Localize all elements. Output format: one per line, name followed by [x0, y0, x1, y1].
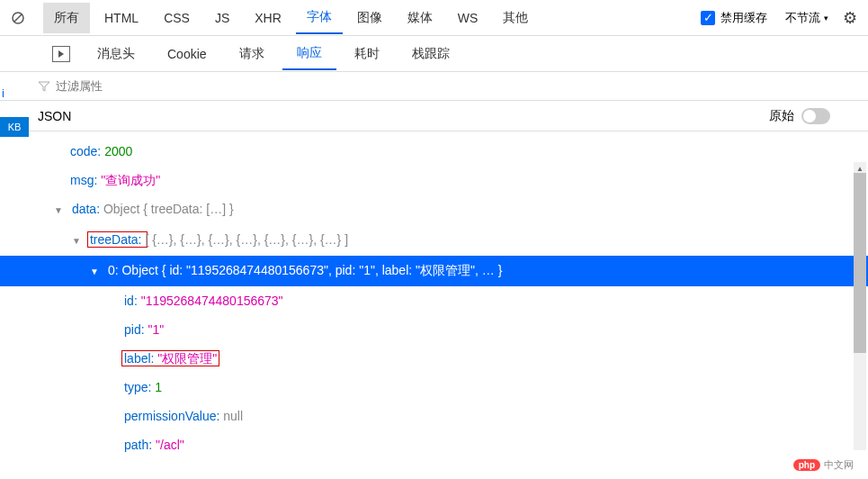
watermark-text: 中文网	[824, 458, 854, 472]
raw-toggle[interactable]: 原始	[769, 108, 830, 124]
tab-request[interactable]: 请求	[225, 39, 279, 69]
funnel-icon	[38, 80, 50, 93]
tree-preview: Object { treeData: […] }	[103, 202, 234, 216]
svg-line-1	[14, 14, 22, 22]
tree-row-pid[interactable]: pid: "1"	[0, 315, 868, 344]
svg-marker-2	[58, 50, 64, 58]
filter-tab-ws[interactable]: WS	[447, 4, 489, 32]
tree-row-treedata[interactable]: treeData: [ {…}, {…}, {…}, {…}, {…}, {…}…	[0, 225, 868, 256]
scroll-up-icon[interactable]: ▲	[854, 162, 866, 175]
filter-tab-media[interactable]: 媒体	[397, 3, 443, 33]
tree-row-path[interactable]: path: "/acl"	[0, 430, 868, 459]
tree-value: "权限管理"	[157, 351, 217, 366]
filter-properties-bar	[0, 72, 868, 101]
left-fragment: i	[0, 85, 6, 102]
caret-icon[interactable]	[54, 198, 67, 221]
tree-row-id[interactable]: id: "1195268474480156673"	[0, 286, 868, 315]
tree-key: data:	[72, 202, 100, 216]
filter-tab-all[interactable]: 所有	[43, 3, 90, 33]
tree-value: 2000	[104, 144, 132, 158]
tree-row-msg[interactable]: msg: "查询成功"	[0, 166, 868, 194]
filter-tab-css[interactable]: CSS	[153, 4, 201, 32]
tree-value: "/acl"	[156, 438, 184, 452]
gear-icon[interactable]: ⚙	[839, 7, 861, 29]
caret-icon[interactable]	[72, 229, 85, 252]
json-title: JSON	[38, 109, 71, 123]
tree-key: code:	[70, 144, 101, 158]
tree-key: 0:	[108, 263, 119, 277]
filter-tab-xhr[interactable]: XHR	[244, 4, 292, 32]
tree-row-permissionvalue[interactable]: permissionValue: null	[0, 402, 868, 430]
tree-key: permissionValue:	[124, 409, 219, 423]
tree-key: treeData:	[90, 232, 142, 247]
tab-stacktrace[interactable]: 栈跟踪	[398, 39, 464, 69]
tree-key: pid:	[124, 322, 145, 337]
network-filter-toolbar: 所有 HTML CSS JS XHR 字体 图像 媒体 WS 其他 ✓ 禁用缓存…	[0, 0, 868, 36]
throttle-label: 不节流	[785, 10, 820, 26]
tree-row-label[interactable]: label: "权限管理"	[0, 344, 868, 373]
tab-timings[interactable]: 耗时	[340, 39, 394, 69]
tree-key: type:	[124, 380, 151, 394]
filter-tab-images[interactable]: 图像	[346, 3, 393, 33]
tree-key: label:	[124, 351, 154, 366]
watermark: php 中文网	[793, 458, 854, 472]
request-detail-tabs: 消息头 Cookie 请求 响应 耗时 栈跟踪	[0, 36, 868, 72]
tree-preview: Object { id: "1195268474480156673", pid:…	[121, 263, 502, 277]
tree-row-code[interactable]: code: 2000	[0, 137, 868, 166]
tree-preview: [ {…}, {…}, {…}, {…}, {…}, {…}, {…} ]	[145, 232, 348, 247]
tab-headers[interactable]: 消息头	[83, 39, 149, 69]
tree-value: "查询成功"	[101, 173, 160, 187]
toggle-pane-icon[interactable]	[52, 46, 70, 62]
tree-row-data[interactable]: data: Object { treeData: […] }	[0, 194, 868, 225]
php-logo: php	[793, 459, 820, 471]
tree-value: "1"	[148, 322, 164, 337]
checkbox-icon: ✓	[701, 11, 715, 25]
toggle-switch[interactable]	[801, 108, 830, 124]
scrollbar-thumb[interactable]	[854, 173, 866, 353]
tree-key: msg:	[70, 173, 97, 187]
filter-properties-input[interactable]	[56, 79, 830, 93]
json-header: JSON 原始	[0, 101, 868, 131]
json-tree-panel: code: 2000 msg: "查询成功" data: Object { tr…	[0, 131, 868, 479]
vertical-scrollbar[interactable]: ▲	[854, 162, 866, 450]
chevron-down-icon: ▾	[824, 14, 828, 23]
raw-label: 原始	[769, 108, 794, 124]
block-icon[interactable]	[7, 7, 29, 29]
filter-tab-html[interactable]: HTML	[94, 4, 149, 32]
tree-row-type[interactable]: type: 1	[0, 373, 868, 402]
tab-cookies[interactable]: Cookie	[153, 40, 221, 68]
filter-tab-other[interactable]: 其他	[492, 3, 539, 33]
disable-cache-label: 禁用缓存	[720, 10, 767, 26]
filter-tab-js[interactable]: JS	[204, 4, 240, 32]
tab-response[interactable]: 响应	[282, 38, 336, 70]
tree-value: null	[223, 409, 243, 423]
throttle-dropdown[interactable]: 不节流 ▾	[778, 6, 836, 30]
tree-key: path:	[124, 438, 152, 452]
tree-value: 1	[155, 380, 162, 394]
caret-icon[interactable]	[90, 259, 103, 283]
tree-key: id:	[124, 294, 138, 308]
tree-value: "1195268474480156673"	[141, 294, 283, 308]
filter-tab-fonts[interactable]: 字体	[296, 2, 343, 34]
tree-row-index0[interactable]: 0: Object { id: "1195268474480156673", p…	[0, 256, 868, 286]
disable-cache-checkbox[interactable]: ✓ 禁用缓存	[701, 10, 767, 26]
